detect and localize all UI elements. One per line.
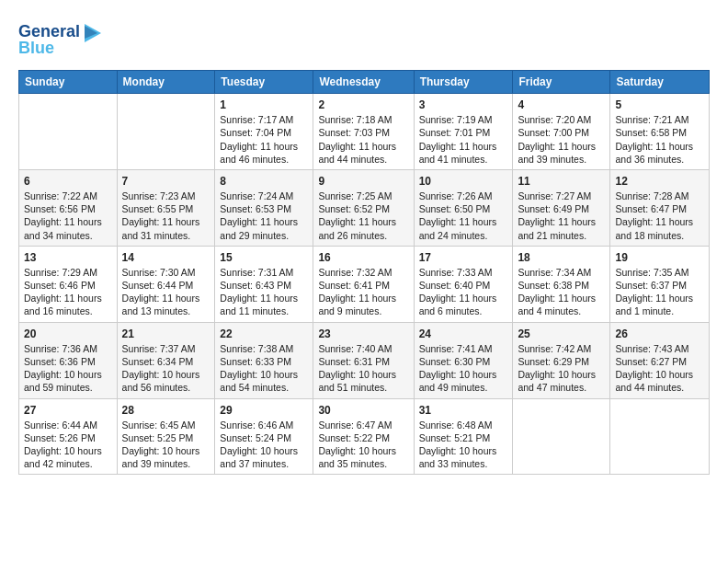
day-info: Sunset: 6:27 PM (615, 355, 704, 368)
day-cell: 3Sunrise: 7:19 AMSunset: 7:01 PMDaylight… (414, 94, 513, 170)
col-header-friday: Friday (513, 71, 610, 94)
day-info: Daylight: 10 hours and 51 minutes. (318, 368, 408, 394)
logo-icon: General Blue (18, 17, 101, 61)
week-row-3: 13Sunrise: 7:29 AMSunset: 6:46 PMDayligh… (19, 246, 710, 322)
day-info: Daylight: 11 hours and 13 minutes. (122, 292, 210, 317)
day-cell: 30Sunrise: 6:47 AMSunset: 5:22 PMDayligh… (313, 398, 414, 475)
day-info: Sunset: 6:40 PM (419, 279, 508, 292)
day-info: Daylight: 10 hours and 33 minutes. (419, 444, 508, 470)
day-info: Sunset: 5:22 PM (318, 431, 408, 444)
day-number: 31 (419, 403, 508, 418)
day-info: Daylight: 10 hours and 56 minutes. (122, 368, 210, 394)
day-number: 6 (24, 174, 112, 189)
day-cell: 8Sunrise: 7:24 AMSunset: 6:53 PMDaylight… (215, 169, 313, 246)
day-number: 19 (615, 250, 704, 265)
day-cell: 12Sunrise: 7:28 AMSunset: 6:47 PMDayligh… (610, 169, 710, 246)
day-number: 30 (318, 403, 408, 418)
day-number: 2 (318, 98, 408, 112)
day-info: Sunset: 6:37 PM (615, 279, 704, 292)
day-cell: 25Sunrise: 7:42 AMSunset: 6:29 PMDayligh… (513, 322, 610, 398)
day-number: 23 (318, 327, 408, 341)
day-info: Sunrise: 6:44 AM (24, 419, 112, 431)
day-number: 22 (220, 327, 308, 341)
day-number: 12 (615, 174, 704, 189)
day-info: Sunrise: 7:28 AM (615, 190, 704, 202)
day-info: Daylight: 11 hours and 46 minutes. (220, 140, 308, 166)
day-info: Sunset: 5:24 PM (220, 431, 308, 444)
day-cell (117, 94, 215, 170)
day-info: Sunrise: 7:34 AM (518, 266, 605, 279)
day-info: Sunrise: 7:35 AM (615, 266, 704, 279)
day-info: Sunset: 7:03 PM (318, 126, 408, 139)
day-info: Sunset: 5:26 PM (24, 431, 112, 444)
day-cell: 2Sunrise: 7:18 AMSunset: 7:03 PMDaylight… (313, 94, 414, 170)
day-info: Sunrise: 7:40 AM (318, 342, 408, 355)
day-info: Sunset: 6:43 PM (220, 279, 308, 292)
day-info: Daylight: 11 hours and 26 minutes. (318, 215, 408, 241)
day-info: Daylight: 11 hours and 11 minutes. (220, 292, 308, 317)
logo: General Blue (18, 17, 101, 61)
day-info: Sunrise: 6:46 AM (220, 419, 308, 431)
day-info: Sunset: 6:41 PM (318, 279, 408, 292)
day-cell: 13Sunrise: 7:29 AMSunset: 6:46 PMDayligh… (19, 246, 118, 322)
day-info: Sunset: 6:47 PM (615, 202, 704, 215)
col-header-thursday: Thursday (414, 71, 513, 94)
header: General Blue (18, 17, 710, 61)
day-number: 10 (419, 174, 508, 189)
day-info: Daylight: 10 hours and 37 minutes. (220, 444, 308, 470)
day-info: Daylight: 10 hours and 44 minutes. (615, 368, 704, 394)
day-cell: 9Sunrise: 7:25 AMSunset: 6:52 PMDaylight… (313, 169, 414, 246)
page: General Blue SundayMondayTuesdayWednesda… (0, 0, 728, 563)
day-cell: 1Sunrise: 7:17 AMSunset: 7:04 PMDaylight… (215, 94, 313, 170)
day-number: 4 (518, 98, 605, 112)
day-info: Daylight: 11 hours and 44 minutes. (318, 140, 408, 166)
week-row-5: 27Sunrise: 6:44 AMSunset: 5:26 PMDayligh… (19, 398, 710, 475)
col-header-wednesday: Wednesday (313, 71, 414, 94)
day-info: Sunrise: 7:20 AM (518, 113, 605, 126)
day-number: 16 (318, 250, 408, 265)
day-cell: 27Sunrise: 6:44 AMSunset: 5:26 PMDayligh… (19, 398, 118, 475)
day-info: Sunset: 6:55 PM (122, 202, 210, 215)
day-info: Sunrise: 7:26 AM (419, 190, 508, 202)
svg-text:Blue: Blue (18, 39, 54, 57)
day-info: Sunset: 6:53 PM (220, 202, 308, 215)
day-number: 29 (220, 403, 308, 418)
day-info: Daylight: 11 hours and 24 minutes. (419, 215, 508, 241)
day-info: Sunrise: 6:48 AM (419, 419, 508, 431)
day-info: Sunrise: 7:33 AM (419, 266, 508, 279)
day-number: 21 (122, 327, 210, 341)
week-row-4: 20Sunrise: 7:36 AMSunset: 6:36 PMDayligh… (19, 322, 710, 398)
day-info: Sunset: 6:34 PM (122, 355, 210, 368)
day-cell: 28Sunrise: 6:45 AMSunset: 5:25 PMDayligh… (117, 398, 215, 475)
day-info: Sunrise: 7:30 AM (122, 266, 210, 279)
day-info: Daylight: 11 hours and 9 minutes. (318, 292, 408, 317)
day-info: Sunrise: 7:36 AM (24, 342, 112, 355)
day-info: Sunrise: 7:32 AM (318, 266, 408, 279)
day-cell: 15Sunrise: 7:31 AMSunset: 6:43 PMDayligh… (215, 246, 313, 322)
day-cell: 17Sunrise: 7:33 AMSunset: 6:40 PMDayligh… (414, 246, 513, 322)
day-cell: 23Sunrise: 7:40 AMSunset: 6:31 PMDayligh… (313, 322, 414, 398)
day-info: Daylight: 11 hours and 18 minutes. (615, 215, 704, 241)
day-info: Daylight: 11 hours and 36 minutes. (615, 140, 704, 166)
day-cell: 26Sunrise: 7:43 AMSunset: 6:27 PMDayligh… (610, 322, 710, 398)
day-number: 18 (518, 250, 605, 265)
day-number: 8 (220, 174, 308, 189)
day-info: Sunrise: 7:19 AM (419, 113, 508, 126)
day-info: Daylight: 11 hours and 21 minutes. (518, 215, 605, 241)
col-header-monday: Monday (117, 71, 215, 94)
day-info: Daylight: 10 hours and 39 minutes. (122, 444, 210, 470)
col-header-saturday: Saturday (610, 71, 710, 94)
day-info: Sunrise: 7:43 AM (615, 342, 704, 355)
day-cell: 18Sunrise: 7:34 AMSunset: 6:38 PMDayligh… (513, 246, 610, 322)
day-number: 7 (122, 174, 210, 189)
day-number: 15 (220, 250, 308, 265)
day-cell (19, 94, 118, 170)
day-info: Daylight: 10 hours and 42 minutes. (24, 444, 112, 470)
day-cell: 19Sunrise: 7:35 AMSunset: 6:37 PMDayligh… (610, 246, 710, 322)
day-cell (513, 398, 610, 475)
day-info: Sunrise: 6:47 AM (318, 419, 408, 431)
day-number: 14 (122, 250, 210, 265)
day-number: 13 (24, 250, 112, 265)
day-cell: 22Sunrise: 7:38 AMSunset: 6:33 PMDayligh… (215, 322, 313, 398)
day-info: Sunrise: 7:22 AM (24, 190, 112, 202)
